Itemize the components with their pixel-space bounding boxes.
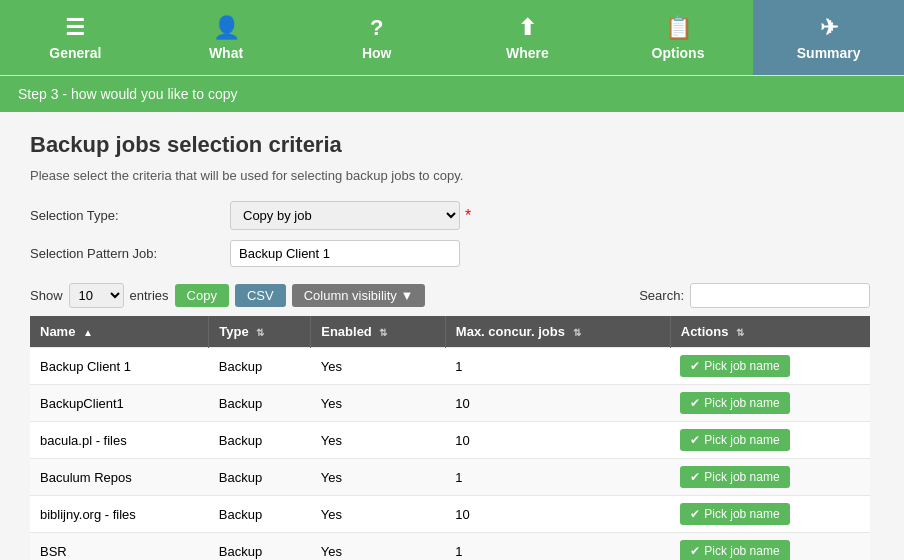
cell-actions: ✔ Pick job name <box>670 422 870 459</box>
check-icon: ✔ <box>690 544 700 558</box>
selection-pattern-input[interactable] <box>230 240 460 267</box>
search-label: Search: <box>639 288 684 303</box>
cell-enabled: Yes <box>311 422 446 459</box>
check-icon: ✔ <box>690 433 700 447</box>
what-icon: 👤 <box>213 15 240 41</box>
cell-max-concur: 1 <box>445 459 670 496</box>
pick-job-button[interactable]: ✔ Pick job name <box>680 540 789 560</box>
pick-job-button[interactable]: ✔ Pick job name <box>680 466 789 488</box>
cell-enabled: Yes <box>311 348 446 385</box>
cell-name: bacula.pl - files <box>30 422 209 459</box>
summary-icon: ✈ <box>820 15 838 41</box>
show-label: Show <box>30 288 63 303</box>
cell-actions: ✔ Pick job name <box>670 533 870 561</box>
cell-enabled: Yes <box>311 496 446 533</box>
tab-general[interactable]: ☰ General <box>0 0 151 75</box>
search-input[interactable] <box>690 283 870 308</box>
table-row: Baculum Repos Backup Yes 1 ✔ Pick job na… <box>30 459 870 496</box>
cell-name: BackupClient1 <box>30 385 209 422</box>
search-section: Search: <box>639 283 870 308</box>
options-icon: 📋 <box>665 15 692 41</box>
cell-max-concur: 10 <box>445 422 670 459</box>
tab-what[interactable]: 👤 What <box>151 0 302 75</box>
cell-actions: ✔ Pick job name <box>670 496 870 533</box>
table-row: BackupClient1 Backup Yes 10 ✔ Pick job n… <box>30 385 870 422</box>
cell-type: Backup <box>209 533 311 561</box>
cell-actions: ✔ Pick job name <box>670 459 870 496</box>
general-icon: ☰ <box>65 15 85 41</box>
selection-type-row: Selection Type: Copy by job * <box>30 201 870 230</box>
cell-name: biblijny.org - files <box>30 496 209 533</box>
enabled-sort-icon: ⇅ <box>379 327 387 338</box>
cell-name: BSR <box>30 533 209 561</box>
copy-button[interactable]: Copy <box>175 284 229 307</box>
tab-how[interactable]: ? How <box>301 0 452 75</box>
cell-max-concur: 1 <box>445 348 670 385</box>
tab-what-label: What <box>209 45 243 61</box>
cell-enabled: Yes <box>311 459 446 496</box>
table-row: bacula.pl - files Backup Yes 10 ✔ Pick j… <box>30 422 870 459</box>
pick-job-button[interactable]: ✔ Pick job name <box>680 355 789 377</box>
selection-pattern-label: Selection Pattern Job: <box>30 246 230 261</box>
tab-options-label: Options <box>652 45 705 61</box>
col-enabled[interactable]: Enabled ⇅ <box>311 316 446 348</box>
pick-job-button[interactable]: ✔ Pick job name <box>680 429 789 451</box>
cell-type: Backup <box>209 422 311 459</box>
tab-summary-label: Summary <box>797 45 861 61</box>
col-name[interactable]: Name ▲ <box>30 316 209 348</box>
name-sort-icon: ▲ <box>83 327 93 338</box>
step-banner: Step 3 - how would you like to copy <box>0 76 904 112</box>
page-title: Backup jobs selection criteria <box>30 132 870 158</box>
tab-summary[interactable]: ✈ Summary <box>753 0 904 75</box>
csv-button[interactable]: CSV <box>235 284 286 307</box>
cell-max-concur: 10 <box>445 496 670 533</box>
cell-max-concur: 1 <box>445 533 670 561</box>
cell-name: Backup Client 1 <box>30 348 209 385</box>
cell-type: Backup <box>209 496 311 533</box>
cell-max-concur: 10 <box>445 385 670 422</box>
check-icon: ✔ <box>690 359 700 373</box>
tab-general-label: General <box>49 45 101 61</box>
cell-actions: ✔ Pick job name <box>670 348 870 385</box>
table-row: BSR Backup Yes 1 ✔ Pick job name <box>30 533 870 561</box>
pick-job-button[interactable]: ✔ Pick job name <box>680 392 789 414</box>
selection-type-label: Selection Type: <box>30 208 230 223</box>
page-description: Please select the criteria that will be … <box>30 168 870 183</box>
required-indicator: * <box>465 207 471 225</box>
table-header-row: Name ▲ Type ⇅ Enabled ⇅ Max. concur. job… <box>30 316 870 348</box>
tab-options[interactable]: 📋 Options <box>603 0 754 75</box>
pick-job-button[interactable]: ✔ Pick job name <box>680 503 789 525</box>
main-content: Backup jobs selection criteria Please se… <box>0 112 900 560</box>
type-sort-icon: ⇅ <box>256 327 264 338</box>
actions-sort-icon: ⇅ <box>736 327 744 338</box>
tab-where-label: Where <box>506 45 549 61</box>
check-icon: ✔ <box>690 470 700 484</box>
cell-type: Backup <box>209 385 311 422</box>
cell-enabled: Yes <box>311 385 446 422</box>
selection-type-select[interactable]: Copy by job <box>230 201 460 230</box>
entries-label: entries <box>130 288 169 303</box>
col-max-concur[interactable]: Max. concur. jobs ⇅ <box>445 316 670 348</box>
how-icon: ? <box>370 15 383 41</box>
col-type[interactable]: Type ⇅ <box>209 316 311 348</box>
entries-select[interactable]: 10 25 50 <box>69 283 124 308</box>
table-toolbar: Show 10 25 50 entries Copy CSV Column vi… <box>30 283 870 308</box>
max-concur-sort-icon: ⇅ <box>573 327 581 338</box>
top-navigation: ☰ General 👤 What ? How ⬆ Where 📋 Options… <box>0 0 904 76</box>
cell-type: Backup <box>209 348 311 385</box>
tab-how-label: How <box>362 45 392 61</box>
cell-type: Backup <box>209 459 311 496</box>
check-icon: ✔ <box>690 396 700 410</box>
col-actions[interactable]: Actions ⇅ <box>670 316 870 348</box>
column-visibility-button[interactable]: Column visibility ▼ <box>292 284 426 307</box>
where-icon: ⬆ <box>518 15 536 41</box>
cell-name: Baculum Repos <box>30 459 209 496</box>
selection-pattern-row: Selection Pattern Job: <box>30 240 870 267</box>
table-row: Backup Client 1 Backup Yes 1 ✔ Pick job … <box>30 348 870 385</box>
cell-actions: ✔ Pick job name <box>670 385 870 422</box>
tab-where[interactable]: ⬆ Where <box>452 0 603 75</box>
check-icon: ✔ <box>690 507 700 521</box>
cell-enabled: Yes <box>311 533 446 561</box>
table-row: biblijny.org - files Backup Yes 10 ✔ Pic… <box>30 496 870 533</box>
jobs-table: Name ▲ Type ⇅ Enabled ⇅ Max. concur. job… <box>30 316 870 560</box>
